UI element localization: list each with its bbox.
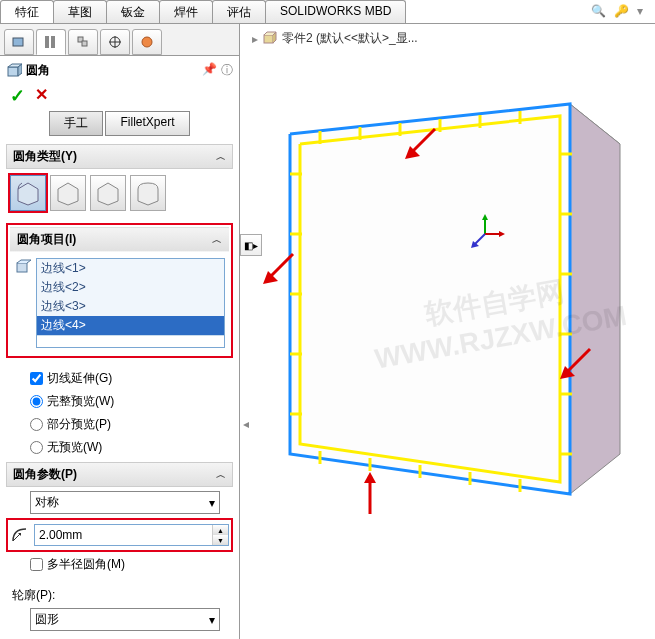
annotation-arrow xyxy=(400,124,440,164)
feature-title: 圆角 xyxy=(26,62,50,79)
svg-marker-15 xyxy=(570,104,620,494)
orientation-triad xyxy=(465,214,505,254)
svg-rect-4 xyxy=(82,41,87,46)
fillet-type-constant[interactable] xyxy=(10,175,46,211)
property-panel: 圆角 📌 ⓘ ✓ ✕ 手工 FilletXpert 圆角类型(Y) ︿ xyxy=(0,24,240,639)
breadcrumb[interactable]: ▸ 零件2 (默认<<默认>_显... xyxy=(252,30,418,47)
pin-icon[interactable]: 📌 xyxy=(202,62,217,79)
partial-preview-radio[interactable]: 部分预览(P) xyxy=(30,416,229,433)
spin-up[interactable]: ▲ xyxy=(213,525,228,535)
chevron-down-icon: ▾ xyxy=(209,613,215,627)
feature-header: 圆角 📌 ⓘ xyxy=(6,60,233,85)
top-right-icons: 🔍 🔑 ▾ xyxy=(591,4,643,18)
cancel-button[interactable]: ✕ xyxy=(35,85,48,107)
fillet-params-header[interactable]: 圆角参数(P) ︿ xyxy=(6,462,233,487)
main-tabs: 特征 草图 钣金 焊件 评估 SOLIDWORKS MBD xyxy=(0,0,655,24)
tab-weld[interactable]: 焊件 xyxy=(159,0,213,23)
help-icon[interactable]: ⓘ xyxy=(221,62,233,79)
annotation-arrow xyxy=(258,249,298,289)
multi-radius-checkbox[interactable]: 多半径圆角(M) xyxy=(6,552,233,577)
svg-rect-13 xyxy=(264,35,273,43)
panel-tabs xyxy=(0,24,239,56)
list-item[interactable]: 边线<1> xyxy=(37,259,224,278)
svg-rect-1 xyxy=(45,36,49,48)
radius-icon xyxy=(10,525,30,545)
svg-marker-42 xyxy=(499,231,505,237)
list-item[interactable]: 边线<2> xyxy=(37,278,224,297)
chevron-up-icon: ︿ xyxy=(216,468,226,482)
search-icon[interactable]: 🔍 xyxy=(591,4,606,18)
part-icon xyxy=(262,31,278,47)
tab-sketch[interactable]: 草图 xyxy=(53,0,107,23)
profile-label: 轮廓(P): xyxy=(6,583,233,604)
tab-mbd[interactable]: SOLIDWORKS MBD xyxy=(265,0,406,23)
spin-down[interactable]: ▼ xyxy=(213,535,228,545)
fillet-items-header[interactable]: 圆角项目(I) ︿ xyxy=(10,227,229,252)
svg-marker-40 xyxy=(482,214,488,220)
fillet-icon xyxy=(6,63,22,79)
fillet-type-variable[interactable] xyxy=(50,175,86,211)
svg-marker-52 xyxy=(364,472,376,483)
svg-rect-2 xyxy=(51,36,55,48)
fillet-type-face[interactable] xyxy=(90,175,126,211)
model-render xyxy=(260,74,655,574)
tangent-prop-checkbox[interactable]: 切线延伸(G) xyxy=(30,370,229,387)
chevron-right-icon: ▸ xyxy=(252,32,258,46)
radius-input[interactable]: 2.00mm ▲▼ xyxy=(34,524,229,546)
svg-rect-0 xyxy=(13,38,23,46)
manual-mode-button[interactable]: 手工 xyxy=(49,111,103,136)
panel-tab-appear[interactable] xyxy=(132,29,162,55)
filletxpert-button[interactable]: FilletXpert xyxy=(105,111,189,136)
full-preview-radio[interactable]: 完整预览(W) xyxy=(30,393,229,410)
chevron-up-icon: ︿ xyxy=(216,150,226,164)
panel-tab-config[interactable] xyxy=(68,29,98,55)
no-preview-radio[interactable]: 无预览(W) xyxy=(30,439,229,456)
list-item[interactable]: 边线<4> xyxy=(37,316,224,335)
panel-tab-props[interactable] xyxy=(36,29,66,55)
ok-button[interactable]: ✓ xyxy=(10,85,25,107)
panel-tab-dim[interactable] xyxy=(100,29,130,55)
graphics-view[interactable]: ▸ 零件2 (默认<<默认>_显... ◧▸ ◂ xyxy=(240,24,655,639)
svg-point-8 xyxy=(142,37,152,47)
panel-separator[interactable]: ◂ xyxy=(240,404,252,444)
fillet-type-header[interactable]: 圆角类型(Y) ︿ xyxy=(6,144,233,169)
svg-rect-10 xyxy=(17,263,27,272)
tab-eval[interactable]: 评估 xyxy=(212,0,266,23)
tab-feature[interactable]: 特征 xyxy=(0,0,54,23)
edge-select-icon xyxy=(14,258,32,276)
symmetry-select[interactable]: 对称 ▾ xyxy=(30,491,220,514)
svg-rect-9 xyxy=(8,67,18,76)
annotation-arrow xyxy=(350,469,390,519)
list-item[interactable]: 边线<3> xyxy=(37,297,224,316)
annotation-arrow xyxy=(555,344,595,384)
profile-select[interactable]: 圆形 ▾ xyxy=(30,608,220,631)
fillet-type-full[interactable] xyxy=(130,175,166,211)
panel-tab-feature[interactable] xyxy=(4,29,34,55)
key-icon[interactable]: 🔑 xyxy=(614,4,629,18)
chevron-down-icon[interactable]: ▾ xyxy=(637,4,643,18)
chevron-up-icon: ︿ xyxy=(212,233,222,247)
chevron-down-icon: ▾ xyxy=(209,496,215,510)
tab-sheetmetal[interactable]: 钣金 xyxy=(106,0,160,23)
edge-list[interactable]: 边线<1> 边线<2> 边线<3> 边线<4> xyxy=(36,258,225,348)
